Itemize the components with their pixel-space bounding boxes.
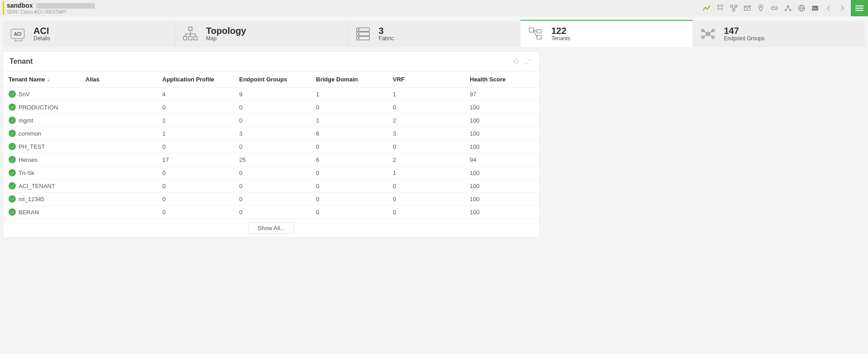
cell-vrf: 0 [387, 179, 464, 193]
status-ok-icon [9, 169, 16, 176]
alert-icon[interactable] [713, 0, 727, 16]
tenant-name: SnV [19, 91, 30, 98]
show-all-button[interactable]: Show All... [248, 222, 295, 234]
tile-fabric[interactable]: 3Fabric [348, 21, 521, 47]
cell-bd: 0 [311, 193, 387, 206]
col-tenant-name[interactable]: Tenant Name▲ [3, 71, 80, 88]
svg-rect-33 [529, 28, 534, 32]
terminal-icon[interactable] [808, 0, 822, 16]
cell-health: 100 [464, 193, 539, 206]
cell-epg: 0 [234, 193, 311, 206]
cell-alias [80, 193, 157, 206]
cell-vrf: 0 [387, 101, 464, 114]
epg-icon [699, 25, 717, 42]
tile-value: 122 [551, 26, 570, 35]
cell-bd: 6 [311, 153, 387, 166]
tenant-panel: Tenant Tenant Name▲ Alias Application Pr… [3, 52, 540, 238]
cell-alias [80, 153, 157, 166]
col-health-score[interactable]: Health Score [464, 71, 539, 88]
status-ok-icon [9, 156, 16, 163]
col-bridge-domain[interactable]: Bridge Domain [311, 71, 387, 88]
network-icon[interactable] [727, 0, 741, 16]
breadcrumb: SDN|Cisco ACI|RESTAPI [7, 9, 95, 14]
cell-vrf: 1 [387, 88, 464, 101]
pin-icon[interactable] [754, 0, 768, 16]
panel-title: Tenant [9, 57, 33, 66]
cell-app-profile: 0 [157, 166, 234, 179]
crumb-sdn[interactable]: SDN [7, 9, 17, 14]
table-row[interactable]: ml_123450000100 [3, 193, 539, 206]
cell-bd: 0 [311, 206, 387, 219]
globe-icon[interactable] [795, 0, 808, 16]
cell-health: 97 [464, 88, 539, 101]
crumb-cisco-aci[interactable]: Cisco ACI [20, 9, 42, 14]
cell-epg: 9 [234, 88, 311, 101]
cell-app-profile: 0 [157, 206, 234, 219]
cell-health: 100 [464, 101, 539, 114]
tile-label: Details [33, 35, 50, 42]
cell-alias [80, 166, 157, 179]
tenants-icon [527, 25, 544, 42]
crumb-restapi[interactable]: RESTAPI [45, 9, 66, 14]
svg-point-31 [358, 33, 359, 34]
table-row[interactable]: mgmt1012100 [3, 114, 539, 127]
table-row[interactable]: BERAN0000100 [3, 206, 539, 219]
topbar-actions [700, 0, 868, 16]
tile-aci-details[interactable]: ACI ACIDetails [3, 21, 175, 47]
table-row[interactable]: common1363100 [3, 127, 539, 140]
tile-tenants[interactable]: 122Tenants [520, 20, 693, 47]
brand: sandbox SDN|Cisco ACI|RESTAPI [0, 1, 95, 15]
summary-tiles: ACI ACIDetails TopologyMap 3Fabric 122Te… [0, 16, 868, 52]
cell-epg: 25 [234, 153, 311, 166]
tile-label: Map [206, 35, 246, 42]
panel-header: Tenant [3, 52, 539, 71]
cell-app-profile: 0 [157, 101, 234, 114]
tenant-name: PRODUCTION [19, 104, 58, 111]
svg-line-5 [732, 7, 734, 9]
col-vrf[interactable]: VRF [387, 71, 464, 88]
refresh-icon[interactable] [511, 57, 521, 66]
cell-alias [80, 179, 157, 193]
tile-topology[interactable]: TopologyMap [175, 21, 348, 47]
tenant-table: Tenant Name▲ Alias Application Profile E… [3, 71, 539, 237]
col-endpoint-groups[interactable]: Endpoint Groups [234, 71, 311, 88]
svg-rect-4 [733, 9, 735, 11]
tile-endpoint-groups[interactable]: 147Endpoint Groups [693, 21, 865, 47]
cell-health: 100 [464, 206, 539, 219]
cell-app-profile: 17 [157, 153, 234, 166]
menu-button[interactable] [851, 0, 868, 16]
table-row[interactable]: Tn-Sk0001100 [3, 166, 539, 179]
cell-health: 100 [464, 114, 539, 127]
svg-rect-20 [189, 37, 192, 40]
cell-health: 100 [464, 140, 539, 153]
link-icon[interactable] [768, 0, 781, 16]
table-row[interactable]: PRODUCTION0000100 [3, 101, 539, 114]
svg-rect-19 [184, 37, 187, 40]
tile-value: 147 [724, 26, 764, 35]
table-row[interactable]: SnV491197 [3, 88, 539, 101]
graph-nodes-icon[interactable] [781, 0, 795, 16]
chart-icon[interactable] [700, 0, 713, 16]
tile-value: ACI [33, 26, 50, 35]
mail-icon[interactable] [741, 0, 754, 16]
status-ok-icon [9, 117, 16, 124]
cell-vrf: 0 [387, 193, 464, 206]
cell-health: 100 [464, 127, 539, 140]
cell-health: 100 [464, 179, 539, 193]
col-app-profile[interactable]: Application Profile [157, 71, 234, 88]
nav-next-icon[interactable] [835, 0, 849, 16]
table-row[interactable]: ACI_TENANT0000100 [3, 179, 539, 193]
cell-bd: 0 [311, 140, 387, 153]
tenant-name: Heroes [19, 156, 38, 163]
cell-epg: 0 [234, 101, 311, 114]
expand-icon[interactable] [523, 57, 533, 66]
cell-bd: 0 [311, 179, 387, 193]
nav-prev-icon[interactable] [822, 0, 835, 16]
topology-icon [182, 25, 199, 42]
table-row[interactable]: PH_TEST0000100 [3, 140, 539, 153]
cell-app-profile: 0 [157, 140, 234, 153]
svg-rect-16 [812, 6, 818, 11]
col-alias[interactable]: Alias [80, 71, 157, 88]
svg-point-8 [750, 5, 751, 6]
table-row[interactable]: Heroes17256294 [3, 153, 539, 166]
